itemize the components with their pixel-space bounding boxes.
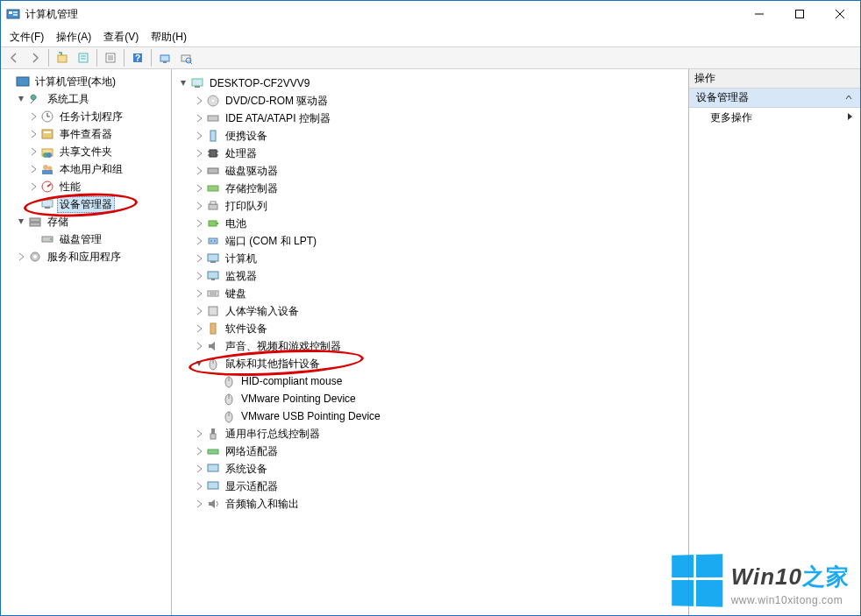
menu-file[interactable]: 文件(F) <box>4 28 49 46</box>
left-pane: 计算机管理(本地) 系统工具 任务计划程序 事件查看器 共享文件夹 <box>1 69 172 615</box>
device-category[interactable]: 端口 (COM 和 LPT) <box>174 232 687 250</box>
device-category[interactable]: 声音、视频和游戏控制器 <box>174 337 687 355</box>
chevron-right-icon[interactable] <box>193 95 205 107</box>
device-category[interactable]: 磁盘驱动器 <box>174 162 687 180</box>
forward-button[interactable] <box>25 48 45 67</box>
svg-rect-8 <box>58 55 67 62</box>
svg-rect-51 <box>210 150 217 157</box>
device-category[interactable]: 打印队列 <box>174 197 687 215</box>
chevron-right-icon[interactable] <box>193 147 205 159</box>
chevron-right-icon[interactable] <box>193 463 205 475</box>
device-category[interactable]: 显示适配器 <box>174 478 687 495</box>
actions-pane-title: 操作 <box>689 69 860 89</box>
svg-rect-45 <box>192 79 203 86</box>
device-item[interactable]: VMware USB Pointing Device <box>174 407 687 425</box>
chevron-right-icon[interactable] <box>193 305 205 317</box>
chevron-right-icon[interactable] <box>193 428 205 440</box>
device-category[interactable]: 网络适配器 <box>174 443 687 460</box>
chevron-right-icon[interactable] <box>193 498 205 510</box>
maximize-button[interactable] <box>779 1 820 27</box>
chevron-right-icon[interactable] <box>193 165 205 177</box>
chevron-right-icon[interactable] <box>193 235 205 247</box>
chevron-right-icon[interactable] <box>193 480 205 492</box>
menu-help[interactable]: 帮助(H) <box>146 28 192 46</box>
device-root-label: DESKTOP-CF2VVV9 <box>207 76 312 90</box>
tree-system-tools[interactable]: 系统工具 <box>3 90 169 108</box>
device-category[interactable]: IDE ATA/ATAPI 控制器 <box>174 110 687 127</box>
details-button[interactable] <box>101 48 120 67</box>
close-button[interactable] <box>820 1 860 27</box>
tree-root[interactable]: 计算机管理(本地) <box>3 73 169 90</box>
svg-rect-82 <box>211 428 215 434</box>
chevron-right-icon[interactable] <box>193 322 205 335</box>
menu-action[interactable]: 操作(A) <box>51 28 96 46</box>
minimize-button[interactable] <box>739 1 779 27</box>
device-label: 打印队列 <box>223 198 270 215</box>
device-category[interactable]: 键盘 <box>174 285 687 302</box>
up-button[interactable] <box>53 48 72 67</box>
chevron-right-icon[interactable] <box>193 270 205 282</box>
device-category[interactable]: 通用串行总线控制器 <box>174 425 687 443</box>
actions-more[interactable]: 更多操作 <box>689 108 860 127</box>
chevron-right-icon[interactable] <box>193 112 205 124</box>
chevron-down-icon[interactable] <box>15 216 27 228</box>
device-category[interactable]: 便携设备 <box>174 127 687 145</box>
show-hidden-button[interactable] <box>176 48 196 67</box>
svg-point-63 <box>210 240 212 242</box>
chevron-right-icon[interactable] <box>27 128 39 140</box>
device-category[interactable]: 系统设备 <box>174 460 687 478</box>
chevron-down-icon[interactable] <box>15 93 27 105</box>
back-button[interactable] <box>4 48 24 67</box>
chevron-right-icon[interactable] <box>193 130 205 142</box>
collapse-icon[interactable] <box>844 92 853 104</box>
tree-performance[interactable]: 性能 <box>3 178 169 195</box>
device-category[interactable]: 存储控制器 <box>174 180 687 197</box>
device-category[interactable]: 电池 <box>174 215 687 232</box>
device-category[interactable]: 软件设备 <box>174 320 687 337</box>
chevron-right-icon[interactable] <box>15 251 27 263</box>
tree-disk-management[interactable]: 磁盘管理 <box>3 230 169 248</box>
device-root[interactable]: DESKTOP-CF2VVV9 <box>174 74 687 92</box>
device-label: 声音、视频和游戏控制器 <box>223 338 344 355</box>
tree-shared-folders[interactable]: 共享文件夹 <box>3 143 169 160</box>
chevron-right-icon[interactable] <box>193 340 205 352</box>
chevron-down-icon[interactable] <box>193 358 205 370</box>
chevron-right-icon[interactable] <box>27 110 39 123</box>
tree-device-manager[interactable]: 设备管理器 <box>3 195 169 213</box>
device-mouse-category[interactable]: 鼠标和其他指针设备 <box>174 355 687 372</box>
chevron-right-icon[interactable] <box>27 163 39 175</box>
tree-storage[interactable]: 存储 <box>3 213 169 230</box>
chevron-down-icon[interactable] <box>3 75 15 88</box>
chevron-right-icon[interactable] <box>193 217 205 230</box>
watermark: Win10之家 www.win10xitong.com <box>671 555 850 606</box>
device-category[interactable]: 人体学输入设备 <box>174 302 687 320</box>
menu-view[interactable]: 查看(V) <box>98 28 144 46</box>
actions-section-header[interactable]: 设备管理器 <box>689 89 860 108</box>
tree-event-viewer[interactable]: 事件查看器 <box>3 125 169 143</box>
chevron-right-icon[interactable] <box>27 181 39 193</box>
scan-hardware-button[interactable] <box>155 48 174 67</box>
device-category[interactable]: 处理器 <box>174 145 687 162</box>
help-button[interactable]: ? <box>128 48 147 67</box>
chevron-right-icon[interactable] <box>193 200 205 212</box>
chevron-right-icon[interactable] <box>193 182 205 195</box>
tree-task-scheduler[interactable]: 任务计划程序 <box>3 108 169 125</box>
device-category[interactable]: 计算机 <box>174 250 687 267</box>
tree-local-users[interactable]: 本地用户和组 <box>3 160 169 178</box>
mmc-tree[interactable]: 计算机管理(本地) 系统工具 任务计划程序 事件查看器 共享文件夹 <box>1 69 171 269</box>
device-category[interactable]: DVD/CD-ROM 驱动器 <box>174 92 687 110</box>
chevron-right-icon[interactable] <box>27 145 39 158</box>
tree-services-apps[interactable]: 服务和应用程序 <box>3 248 169 266</box>
device-category[interactable]: 监视器 <box>174 267 687 285</box>
device-label: VMware Pointing Device <box>238 392 359 406</box>
chevron-right-icon[interactable] <box>193 445 205 457</box>
properties-button[interactable] <box>74 48 93 67</box>
device-tree[interactable]: DESKTOP-CF2VVV9 DVD/CD-ROM 驱动器 IDE ATA/A… <box>172 71 688 516</box>
chevron-right-icon[interactable] <box>193 252 205 265</box>
chevron-right-icon[interactable] <box>193 287 205 300</box>
chevron-down-icon[interactable] <box>177 77 189 89</box>
device-item[interactable]: VMware Pointing Device <box>174 390 687 407</box>
device-category[interactable]: 音频输入和输出 <box>174 495 687 513</box>
device-item[interactable]: HID-compliant mouse <box>174 372 687 390</box>
device-label: 人体学输入设备 <box>223 303 302 320</box>
